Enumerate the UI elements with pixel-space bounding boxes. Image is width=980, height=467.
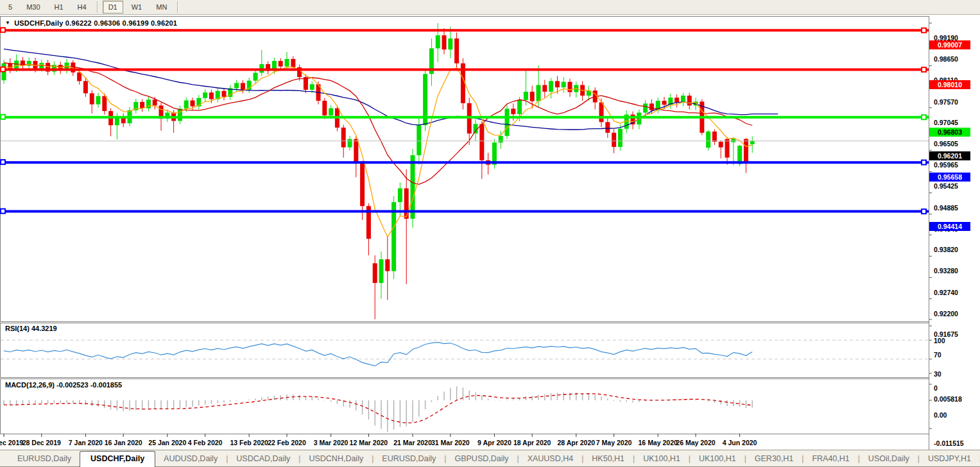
chart-tab-fra40[interactable]: FRA40,H1 [804,452,857,466]
candle-down [719,142,723,148]
trading-terminal: 5M30H1H4D1W1MN ▼ USDCHF,Daily 0.96222 0.… [0,0,980,467]
chart-tab-usdcnh[interactable]: USDCNH,Daily [300,452,372,466]
timeframe-button-5[interactable]: 5 [3,1,18,13]
candle-up [436,35,440,48]
chart-tab-usdcad[interactable]: USDCAD,Daily [228,452,298,466]
date-axis-label: 7 May 2020 [596,439,632,446]
candle-down [568,82,572,92]
symbol-dropdown-icon[interactable]: ▼ [5,20,10,26]
price-axis-label: 0.92200 [934,310,958,318]
chart-canvas[interactable] [0,15,980,450]
price-axis-label: 0.95425 [934,182,958,191]
candle-down [140,102,144,108]
candle-down [341,128,346,148]
chart-tab-usdjpy[interactable]: USDJPY,H1 [920,452,979,466]
chart-tab-usdchf-active[interactable]: USDCHF,Daily [80,451,155,467]
candle-up [234,83,239,88]
date-axis-label: 4 Jun 2020 [723,439,757,446]
timeframe-button-h1[interactable]: H1 [49,1,69,13]
chart-tab-usoil[interactable]: USOil,Daily [860,452,918,466]
line-handle [1,160,5,164]
candle-down [241,83,245,89]
timeframe-button-mn[interactable]: MN [150,1,173,13]
price-axis-label: 0.97045 [934,119,958,127]
candle-up [562,82,566,88]
chart-tab-uk100[interactable]: UK100,H1 [635,452,689,466]
candle-up [517,100,522,114]
rsi-indicator-label: RSI(14) 44.3219 [5,325,57,332]
line-handle [922,209,926,214]
timeframe-button-h4[interactable]: H4 [72,1,92,13]
price-badge: 0.99007 [929,40,970,49]
candle-up [348,139,352,148]
timeframe-button-m30[interactable]: M30 [21,1,46,13]
candle-down [555,81,560,87]
candle-up [329,108,333,115]
line-handle [1,209,5,214]
toolbar-separator [177,1,178,13]
date-axis-label: 18 Apr 2020 [513,439,551,446]
date-axis-label: 26 May 2020 [676,439,715,446]
price-badge: 0.96201 [929,151,970,160]
price-badge: 0.94414 [929,222,970,231]
chart-window[interactable]: ▼ USDCHF,Daily 0.96222 0.96306 0.96199 0… [0,15,980,450]
price-badge: 0.98010 [929,80,970,89]
rsi-axis-label: 30 [934,370,941,378]
chart-tab-audusd[interactable]: AUDUSD,Daily [155,452,226,466]
candle-down [191,100,195,106]
candle-up [505,108,510,135]
line-handle [922,28,926,33]
chart-tab-eurusd[interactable]: EURUSD,Daily [374,452,444,466]
date-axis-label: 16 Jan 2020 [105,439,142,446]
candle-down [479,124,484,160]
candle-down [90,93,94,104]
candle-up [184,100,189,108]
candle-up [448,38,452,49]
price-badge: 0.95658 [929,173,970,182]
candle-up [254,72,258,80]
price-axis-label: 0.93280 [934,267,958,275]
rsi-axis-label: 100 [934,337,945,345]
date-axis-label: 13 Feb 2020 [230,439,268,446]
candle-up [681,96,685,102]
candle-up [524,92,528,100]
chart-tab-xauusd[interactable]: XAUUSD,H4 [519,452,582,466]
candle-up [96,96,101,105]
macd-axis-label: -0.011515 [934,439,964,448]
date-axis-label: 31 Mar 2020 [431,439,470,446]
candle-down [542,85,547,92]
date-axis-label: 28 Dec 2019 [22,439,61,446]
candle-down [599,103,604,123]
candle-up [417,125,421,155]
chart-tab-eurusd[interactable]: EURUSD,Daily [9,452,80,466]
timeframe-button-d1[interactable]: D1 [103,1,123,13]
candle-down [83,81,88,93]
macd-axis-label: 0.00 [934,411,947,420]
chart-tab-hk50[interactable]: HK50,H1 [583,452,633,466]
candle-up [643,103,648,112]
date-axis-label: 19 Dec 2019 [0,439,23,446]
date-axis-label: 3 Mar 2020 [314,439,348,446]
timeframe-toolbar: 5M30H1H4D1W1MN [0,0,980,15]
chart-tab-ger30[interactable]: GER30,H1 [746,452,802,466]
candle-up [203,92,207,98]
price-axis-label: 0.98650 [934,55,958,64]
candle-up [411,155,415,219]
candle-down [360,164,365,206]
timeframe-button-w1[interactable]: W1 [126,1,148,13]
candle-down [612,133,616,147]
date-axis-label: 7 Jan 2020 [69,439,103,446]
candle-down [209,92,214,99]
price-axis-label: 0.94885 [934,204,958,212]
date-axis-label: 28 Apr 2020 [558,439,596,446]
price-badge: 0.96803 [929,128,970,137]
chart-tab-uk100[interactable]: UK100,H1 [691,452,744,466]
line-handle [922,115,926,119]
candle-up [499,136,503,142]
rsi-axis-label: 0 [934,384,938,393]
candle-up [178,108,182,121]
date-axis-label: 16 May 2020 [639,439,678,446]
candle-down [442,35,447,49]
chart-tab-gbpusd[interactable]: GBPUSD,Daily [446,452,517,466]
chart-tab-bar: EURUSD,DailyUSDCHF,DailyAUDUSD,Daily|USD… [0,450,980,467]
